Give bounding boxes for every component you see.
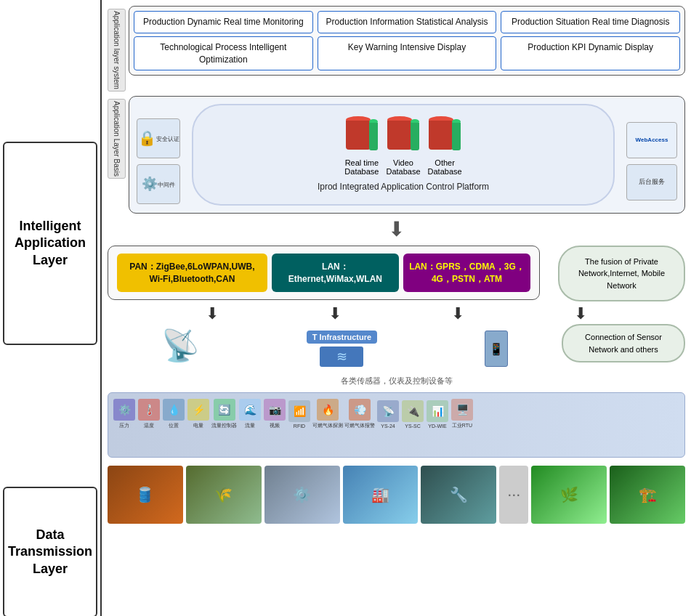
flow-icon: 🌊 — [239, 399, 261, 421]
ys24-icon: 📡 — [377, 400, 399, 422]
right-content: Application layer system Production Dyna… — [102, 0, 691, 616]
btn-production-info[interactable]: Production Information Statistical Analy… — [318, 11, 497, 33]
btn-production-kpi[interactable]: Production KPI Dynamic Display — [501, 36, 680, 71]
other-db-label: OtherDatabase — [428, 158, 462, 176]
photo-oil-pump: 🛢️ — [108, 466, 183, 524]
backend-icon-box: 后台服务 — [626, 164, 677, 200]
left-sidebar: Intelligent Application Layer Data Trans… — [0, 0, 102, 616]
photo-dots: ··· — [499, 466, 528, 524]
video-db-item: VideoDatabase — [386, 116, 420, 176]
device-icon: 📱 — [485, 331, 508, 367]
button-row-2: Technological Process Intelligent Optimi… — [134, 36, 680, 71]
satellite-item: 📡 — [161, 331, 199, 361]
t-infrastructure-item: T Infrastructure ≋ — [307, 331, 377, 367]
photo-field3: 🏭 — [343, 466, 419, 524]
rfid-icon: 📶 — [288, 400, 310, 422]
btn-key-warning[interactable]: Key Warning Intensive Display — [318, 36, 497, 71]
video-db-label: VideoDatabase — [386, 158, 420, 176]
lan1-network-box: LAN：Ethernet,WiMax,WLAN — [272, 254, 399, 293]
sensing-gas-detect: 🔥 可燃气体探测 — [312, 399, 343, 429]
realtime-db-item: Real timeDatabase — [344, 116, 379, 176]
down-arrow-4: ⬇ — [574, 306, 587, 322]
iprod-label: Iprod Integrated Application Control Pla… — [318, 182, 489, 192]
sensing-ys24: 📡 YS-24 — [376, 400, 400, 429]
yssc-icon: 🔌 — [402, 400, 424, 422]
app-basis-panel: 🔒 安全认证 ⚙️ 中间件 — [129, 96, 685, 214]
photo-factory2: 🏗️ — [610, 466, 685, 524]
sensing-electric: ⚡ 电量 — [187, 399, 210, 429]
intelligent-application-layer-label: Intelligent Application Layer — [3, 142, 97, 345]
webaccess-icon-box: WebAccess — [626, 122, 677, 158]
fusion-cloud: The fusion of Private Network,Internet, … — [558, 246, 685, 302]
sensing-gas-alarm: 💨 可燃气体报警 — [344, 399, 375, 429]
right-icons: WebAccess 后台服务 — [626, 109, 677, 200]
pressure-icon: ⚙️ — [113, 399, 135, 421]
position-icon: 💧 — [163, 399, 185, 421]
gas-alarm-icon: 💨 — [349, 399, 371, 421]
realtime-db-label: Real timeDatabase — [344, 158, 379, 176]
data-transmission-layer-label: Data Transmission Layer — [3, 487, 97, 616]
flowcontrol-icon: 🔄 — [214, 399, 235, 421]
t-infra-label: T Infrastructure — [307, 331, 377, 344]
cloud-databases-area: Real timeDatabase — [192, 104, 615, 206]
sensing-strip: ⚙️ 压力 🌡️ 温度 💧 位置 ⚡ 电量 🔄 流量控制器 — [108, 392, 685, 458]
sensing-icons-row: ⚙️ 压力 🌡️ 温度 💧 位置 ⚡ 电量 🔄 流量控制器 — [111, 397, 682, 431]
main-container: Intelligent Application Layer Data Trans… — [0, 0, 691, 616]
transmission-arrows-row: ⬇ ⬇ ⬇ ⬇ — [108, 304, 685, 323]
button-row-1: Production Dynamic Real time Monitoring … — [134, 11, 680, 33]
sensing-yssc: 🔌 YS-SC — [401, 400, 424, 429]
sensor-cloud: Connection of Sensor Network and others — [562, 324, 685, 362]
middleware-icon-box: ⚙️ 中间件 — [137, 164, 180, 204]
sensing-video: 📷 视频 — [263, 399, 286, 429]
sensing-flowcontrol: 🔄 流量控制器 — [211, 399, 237, 429]
infrastructure-row: 📡 T Infrastructure ≋ 📱 Connection of Sen… — [108, 328, 685, 370]
sensing-pressure: ⚙️ 压力 — [113, 399, 136, 429]
sensing-ydwie: 📊 YD-WIE — [426, 400, 449, 429]
security-icon-box: 🔒 安全认证 — [137, 118, 180, 158]
left-icons: 🔒 安全认证 ⚙️ 中间件 — [137, 105, 180, 204]
photos-row: 🛢️ 🌾 ⚙️ 🏭 🔧 ··· 🌿 🏗️ — [108, 462, 685, 527]
btn-production-situation[interactable]: Production Situation Real time Diagnosis — [501, 11, 680, 33]
sensing-rtu: 🖥️ 工业RTU — [450, 399, 474, 429]
sensing-sublabel: 各类传感器，仪表及控制设备等 — [108, 374, 685, 388]
btn-production-dynamic[interactable]: Production Dynamic Real time Monitoring — [134, 11, 313, 33]
webaccess-label: WebAccess — [636, 137, 668, 143]
electric-icon: ⚡ — [187, 399, 209, 421]
down-arrow-3: ⬇ — [451, 306, 464, 322]
photo-field1: 🌾 — [186, 466, 262, 524]
satellite-icon: 📡 — [161, 331, 199, 361]
other-db-item: OtherDatabase — [428, 116, 462, 176]
app-buttons-panel: Production Dynamic Real time Monitoring … — [129, 6, 685, 76]
sensing-flow: 🌊 流量 — [238, 399, 262, 429]
t-infra-icon: ≋ — [320, 346, 363, 367]
ydwie-icon: 📊 — [427, 400, 448, 422]
down-arrow-1: ⬇ — [206, 306, 219, 322]
databases-row: Real timeDatabase — [344, 116, 461, 176]
backend-label: 后台服务 — [639, 177, 665, 187]
photo-field2: ⚙️ — [264, 466, 340, 524]
sensing-position: 💧 位置 — [162, 399, 185, 429]
temp-icon: 🌡️ — [138, 399, 160, 421]
transmission-panel: PAN：ZigBee,6LoWPAN,UWB, Wi-Fi,Bluetooth,… — [108, 246, 540, 301]
btn-tech-process[interactable]: Technological Process Intelligent Optimi… — [134, 36, 313, 71]
video-icon: 📷 — [264, 399, 286, 421]
arrow-down-1: ⬇ — [108, 219, 685, 240]
sensing-rfid: 📶 RFID — [288, 400, 311, 429]
lan2-network-box: LAN：GPRS，CDMA，3G，4G，PSTN，ATM — [403, 254, 530, 293]
sensing-temp: 🌡️ 温度 — [137, 399, 161, 429]
gas-detect-icon: 🔥 — [317, 399, 339, 421]
app-layer-system-label: Application layer system — [108, 9, 126, 92]
photo-factory1: 🌿 — [531, 466, 607, 524]
rtu-icon: 🖥️ — [451, 399, 473, 421]
app-layer-basis-label: Application Layer Basis — [108, 99, 126, 179]
down-arrow-2: ⬇ — [328, 306, 342, 322]
device-item: 📱 — [485, 331, 508, 367]
pan-network-box: PAN：ZigBee,6LoWPAN,UWB, Wi-Fi,Bluetooth,… — [117, 254, 267, 293]
photo-field4: 🔧 — [421, 466, 496, 524]
